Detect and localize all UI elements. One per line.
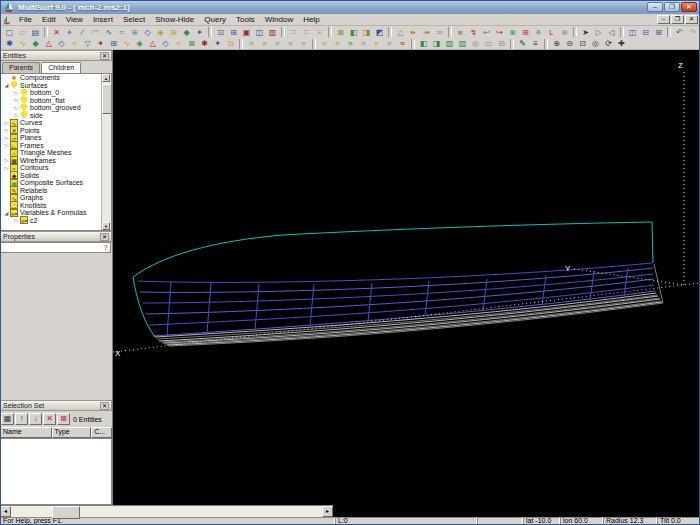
entity-frame-icon[interactable]: ◇ xyxy=(55,38,68,49)
tree-item-bottom-flat[interactable]: ▷bottom_flat xyxy=(1,97,111,105)
offset-icon[interactable]: ◨ xyxy=(360,27,373,38)
edit-list-icon[interactable]: ≡ xyxy=(529,38,542,49)
column-type[interactable]: Type xyxy=(52,427,92,438)
align-icon[interactable]: ≡ xyxy=(313,27,326,38)
properties-input-row[interactable]: ? xyxy=(0,242,111,253)
entity-arc-icon[interactable]: ⊞ xyxy=(107,38,120,49)
expander-icon[interactable]: ◢ xyxy=(3,210,10,216)
menu-help[interactable]: Help xyxy=(298,15,324,24)
expander-icon[interactable]: ▷ xyxy=(3,127,10,133)
file-new-icon[interactable]: ▢ xyxy=(3,27,16,38)
insert-surface-icon[interactable]: ◇ xyxy=(141,27,154,38)
scroll-left-icon[interactable]: ◄ xyxy=(0,506,11,517)
fit-icon[interactable]: ≍ xyxy=(433,27,446,38)
grid-snap-icon[interactable]: ∷ xyxy=(287,27,300,38)
hide-curves-icon[interactable]: ¤ xyxy=(297,38,310,49)
insert-ruled-surface-icon[interactable]: ◈ xyxy=(154,27,167,38)
insert-formula-icon[interactable]: ✦ xyxy=(193,27,206,38)
child-minimize-button[interactable]: – xyxy=(657,15,670,24)
expander-icon[interactable]: ▷ xyxy=(3,165,10,171)
menu-show-hide[interactable]: Show-Hide xyxy=(150,15,199,24)
tree-item-c2[interactable]: ▷x=c2 xyxy=(1,217,111,225)
entity-fillet-icon[interactable]: ✱ xyxy=(198,38,211,49)
insert-line-icon[interactable]: ∕ xyxy=(76,27,89,38)
entity-ring-icon[interactable]: ◆ xyxy=(29,38,42,49)
view-perspective-icon[interactable]: ▥ xyxy=(266,27,279,38)
child-close-button[interactable]: ✕ xyxy=(685,15,698,24)
expander-icon[interactable]: ▷ xyxy=(13,90,20,96)
expander-icon[interactable]: ▷ xyxy=(3,135,10,141)
scroll-thumb[interactable] xyxy=(102,84,112,114)
file-save-icon[interactable]: ▤ xyxy=(29,27,42,38)
column-color[interactable]: C... xyxy=(91,427,112,438)
close-icon[interactable]: ✕ xyxy=(100,233,109,241)
display-wire-icon[interactable]: ◧ xyxy=(417,38,430,49)
select-polygon-icon[interactable]: ▷ xyxy=(592,27,605,38)
horizontal-scrollbar[interactable]: ◄ ► xyxy=(0,505,333,517)
entity-blend-icon[interactable]: ◈ xyxy=(133,38,146,49)
show-all-icon[interactable]: ¤ xyxy=(318,38,331,49)
selection-move-down-icon[interactable]: ↓ xyxy=(29,413,42,425)
selection-list-icon[interactable]: ▦ xyxy=(1,413,14,425)
expander-icon[interactable]: ▷ xyxy=(13,112,20,118)
undo-icon[interactable]: ↶ xyxy=(673,27,686,38)
viewport-canvas[interactable]: X Y Z xyxy=(113,50,700,517)
hide-all-icon[interactable]: ¤ xyxy=(245,38,258,49)
zoom-window-icon[interactable]: ⊡ xyxy=(576,38,589,49)
select-previous-icon[interactable]: ◁ xyxy=(605,27,618,38)
step-forward-icon[interactable]: ↠ xyxy=(420,27,433,38)
project-icon[interactable]: ◩ xyxy=(373,27,386,38)
insert-snake-icon[interactable]: ≋ xyxy=(128,27,141,38)
help-icon[interactable]: ? xyxy=(102,244,110,251)
select-arrow-icon[interactable]: ➤ xyxy=(579,27,592,38)
menu-window[interactable]: Window xyxy=(260,15,298,24)
display-normals-icon[interactable]: ◎ xyxy=(469,38,482,49)
tree-item-components[interactable]: ✱Components xyxy=(1,74,111,82)
selection-list-body[interactable] xyxy=(0,438,112,505)
entity-magnet-icon[interactable]: △ xyxy=(42,38,55,49)
menu-query[interactable]: Query xyxy=(199,15,231,24)
expander-icon[interactable]: ▷ xyxy=(13,217,20,223)
restore-button[interactable]: ❐ xyxy=(664,2,680,12)
expander-icon[interactable]: ◢ xyxy=(3,82,10,88)
entity-revolve-icon[interactable]: ≈ xyxy=(172,38,185,49)
edit-pen-icon[interactable]: ✎ xyxy=(516,38,529,49)
entity-foil-icon[interactable]: ✦ xyxy=(94,38,107,49)
show-children-icon[interactable]: ¤ xyxy=(396,38,409,49)
tree-item-variables-formulas[interactable]: ◢x=Variables & Formulas xyxy=(1,209,111,217)
menu-tools[interactable]: Tools xyxy=(231,15,260,24)
grid-display-icon[interactable]: ∷ xyxy=(300,27,313,38)
hide-points-icon[interactable]: ¤ xyxy=(284,38,297,49)
contours-toggle-icon[interactable]: ⊞ xyxy=(519,27,532,38)
tree-item-surfaces[interactable]: ◢Surfaces xyxy=(1,82,111,90)
minimize-button[interactable]: – xyxy=(647,2,663,12)
delete-icon[interactable]: ✕ xyxy=(50,27,63,38)
entity-point-icon[interactable]: ✱ xyxy=(3,38,16,49)
zoom-out-icon[interactable]: ⊖ xyxy=(563,38,576,49)
check-model-icon[interactable]: ⊗ xyxy=(506,27,519,38)
selection-clear-icon[interactable]: ⊠ xyxy=(57,413,70,425)
show-selected-icon[interactable]: ¤ xyxy=(331,38,344,49)
entity-sweep-icon[interactable]: △ xyxy=(146,38,159,49)
flow-in-icon[interactable]: ↩ xyxy=(480,27,493,38)
entity-loft-icon[interactable]: ◇ xyxy=(159,38,172,49)
step-back-icon[interactable]: ↞ xyxy=(407,27,420,38)
close-icon[interactable]: ✕ xyxy=(100,402,109,410)
label-toggle-icon[interactable]: L xyxy=(545,27,558,38)
view-wireframe-icon[interactable]: ⊡ xyxy=(214,27,227,38)
entity-offset-surf-icon[interactable]: ✦ xyxy=(211,38,224,49)
entity-bcurve-icon[interactable]: ≈ xyxy=(68,38,81,49)
render-check-icon[interactable]: ✳ xyxy=(532,27,545,38)
show-curves-icon[interactable]: ¤ xyxy=(370,38,383,49)
selection-remove-icon[interactable]: ✕ xyxy=(43,413,56,425)
flow-out-icon[interactable]: ↪ xyxy=(493,27,506,38)
entity-trim-icon[interactable]: ⊠ xyxy=(185,38,198,49)
menu-select[interactable]: Select xyxy=(118,15,150,24)
scroll-thumb[interactable] xyxy=(52,506,80,519)
scroll-up-icon[interactable]: ▲ xyxy=(102,74,110,82)
pan-view-icon[interactable]: ✚ xyxy=(615,38,628,49)
scroll-right-icon[interactable]: ► xyxy=(322,506,333,517)
expander-icon[interactable]: ▷ xyxy=(3,157,10,163)
crosshair-icon[interactable]: ⊕ xyxy=(558,27,571,38)
menu-file[interactable]: File xyxy=(14,15,37,24)
